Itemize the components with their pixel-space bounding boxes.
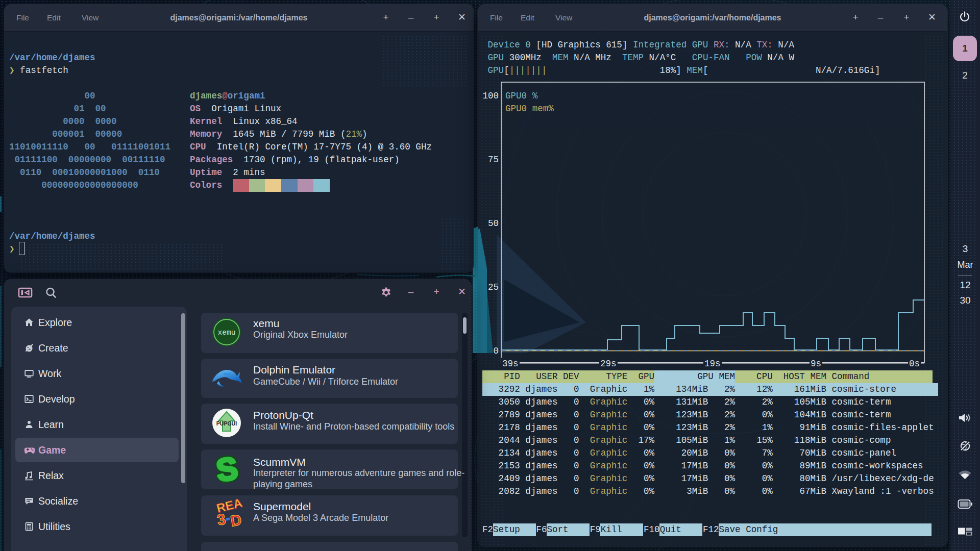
svg-text:xemu: xemu [217, 329, 235, 337]
svg-text:S: S [214, 453, 240, 487]
svg-text:PUPGUI: PUPGUI [216, 420, 236, 427]
svg-text:D: D [229, 511, 243, 530]
